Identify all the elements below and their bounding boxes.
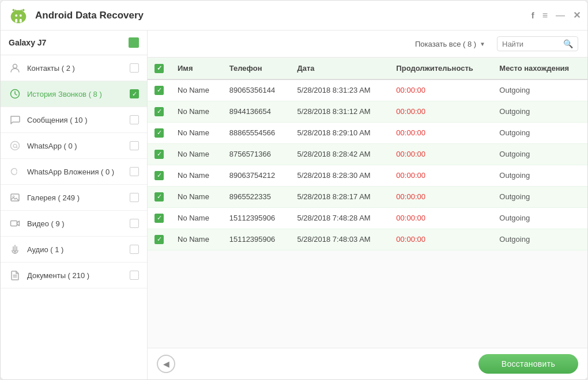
right-panel: Показать все ( 8 ) ▼ 🔍 Имя Телефон bbox=[148, 31, 587, 379]
row-phone: 8965522335 bbox=[223, 186, 291, 207]
table-row[interactable]: No Name 15112395906 5/28/2018 7:48:28 AM… bbox=[148, 207, 587, 229]
messages-icon bbox=[9, 113, 21, 126]
row-checkbox-cell[interactable] bbox=[148, 79, 171, 101]
nav-back-button[interactable]: ◀ bbox=[157, 355, 175, 373]
window-controls: f ≡ — ✕ bbox=[532, 10, 581, 21]
sidebar-item-audio[interactable]: Аудио ( 1 ) bbox=[1, 237, 147, 263]
whatsapp-attach-icon bbox=[9, 165, 21, 178]
video-checkbox[interactable] bbox=[130, 219, 139, 228]
whatsapp-attach-checkbox[interactable] bbox=[130, 167, 139, 176]
device-icon bbox=[129, 37, 139, 48]
svg-point-5 bbox=[15, 14, 17, 17]
menu-icon[interactable]: ≡ bbox=[542, 10, 548, 21]
row-checkbox-cell[interactable] bbox=[148, 122, 171, 143]
header-checkbox-col[interactable] bbox=[148, 58, 171, 79]
show-all-button[interactable]: Показать все ( 8 ) ▼ bbox=[410, 37, 490, 51]
documents-checkbox[interactable] bbox=[130, 271, 139, 280]
call-history-checkbox[interactable] bbox=[130, 89, 139, 98]
svg-point-10 bbox=[22, 9, 25, 11]
search-input[interactable] bbox=[502, 40, 560, 48]
svg-rect-16 bbox=[11, 221, 17, 226]
row-checkbox[interactable] bbox=[154, 171, 164, 180]
row-checkbox[interactable] bbox=[154, 235, 164, 244]
row-date: 5/28/2018 7:48:28 AM bbox=[290, 207, 389, 229]
row-date: 5/28/2018 8:28:42 AM bbox=[290, 143, 389, 165]
row-date: 5/28/2018 8:31:12 AM bbox=[290, 101, 389, 122]
row-location: Outgoing bbox=[492, 229, 587, 250]
contacts-label: Контакты ( 2 ) bbox=[27, 64, 130, 73]
svg-rect-3 bbox=[15, 18, 17, 22]
contacts-checkbox[interactable] bbox=[130, 63, 139, 73]
row-checkbox[interactable] bbox=[154, 128, 164, 138]
row-checkbox[interactable] bbox=[154, 150, 164, 159]
row-checkbox[interactable] bbox=[154, 192, 164, 202]
table-row[interactable]: No Name 8756571366 5/28/2018 8:28:42 AM … bbox=[148, 143, 587, 165]
history-icon bbox=[9, 88, 21, 100]
row-checkbox-cell[interactable] bbox=[148, 229, 171, 250]
documents-label: Документы ( 210 ) bbox=[27, 271, 130, 280]
app-title: Android Data Recovery bbox=[35, 10, 532, 21]
messages-label: Сообщения ( 10 ) bbox=[27, 116, 130, 124]
sidebar-item-video[interactable]: Видео ( 9 ) bbox=[1, 211, 147, 237]
svg-point-9 bbox=[13, 9, 15, 11]
row-checkbox-cell[interactable] bbox=[148, 143, 171, 165]
device-name: Galaxy J7 bbox=[9, 38, 46, 47]
gallery-checkbox[interactable] bbox=[130, 193, 139, 202]
sidebar-item-gallery[interactable]: Галерея ( 249 ) bbox=[1, 185, 147, 211]
audio-label: Аудио ( 1 ) bbox=[27, 245, 130, 254]
row-checkbox[interactable] bbox=[154, 86, 164, 95]
table-row[interactable]: No Name 8965522335 5/28/2018 8:28:17 AM … bbox=[148, 186, 587, 207]
close-icon[interactable]: ✕ bbox=[573, 10, 581, 21]
sidebar-item-contacts[interactable]: Контакты ( 2 ) bbox=[1, 55, 147, 81]
call-history-table: Имя Телефон Дата Продолжительность Место… bbox=[148, 58, 587, 250]
select-all-checkbox[interactable] bbox=[154, 64, 164, 73]
row-name: No Name bbox=[171, 229, 223, 250]
video-icon bbox=[9, 217, 21, 230]
header-name: Имя bbox=[171, 58, 223, 79]
table-header-row: Имя Телефон Дата Продолжительность Место… bbox=[148, 58, 587, 79]
row-name: No Name bbox=[171, 165, 223, 186]
svg-point-11 bbox=[13, 64, 17, 69]
audio-icon bbox=[9, 243, 21, 256]
row-location: Outgoing bbox=[492, 207, 587, 229]
row-checkbox-cell[interactable] bbox=[148, 207, 171, 229]
row-checkbox-cell[interactable] bbox=[148, 186, 171, 207]
svg-point-6 bbox=[20, 14, 22, 17]
header-location: Место нахождения bbox=[492, 58, 587, 79]
sidebar-item-documents[interactable]: Документы ( 210 ) bbox=[1, 263, 147, 288]
sidebar-item-call-history[interactable]: История Звонков ( 8 ) bbox=[1, 81, 147, 107]
minimize-icon[interactable]: — bbox=[556, 10, 565, 21]
row-phone: 89063754212 bbox=[223, 165, 291, 186]
sidebar-item-whatsapp-attach[interactable]: WhatsApp Вложения ( 0 ) bbox=[1, 159, 147, 185]
whatsapp-checkbox[interactable] bbox=[130, 141, 139, 150]
row-date: 5/28/2018 8:29:10 AM bbox=[290, 122, 389, 143]
row-name: No Name bbox=[171, 207, 223, 229]
facebook-icon[interactable]: f bbox=[532, 10, 534, 20]
audio-checkbox[interactable] bbox=[130, 245, 139, 254]
gallery-label: Галерея ( 249 ) bbox=[27, 193, 130, 202]
row-location: Outgoing bbox=[492, 186, 587, 207]
show-all-label: Показать все ( 8 ) bbox=[415, 40, 476, 48]
contacts-icon bbox=[9, 62, 21, 74]
table-row[interactable]: No Name 89063754212 5/28/2018 8:28:30 AM… bbox=[148, 165, 587, 186]
row-checkbox-cell[interactable] bbox=[148, 101, 171, 122]
table-row[interactable]: No Name 89065356144 5/28/2018 8:31:23 AM… bbox=[148, 79, 587, 101]
table-row[interactable]: No Name 15112395906 5/28/2018 7:48:03 AM… bbox=[148, 229, 587, 250]
messages-checkbox[interactable] bbox=[130, 115, 139, 124]
row-checkbox-cell[interactable] bbox=[148, 165, 171, 186]
row-checkbox[interactable] bbox=[154, 214, 164, 223]
row-name: No Name bbox=[171, 186, 223, 207]
gallery-icon bbox=[9, 191, 21, 204]
row-name: No Name bbox=[171, 143, 223, 165]
table-row[interactable]: No Name 88865554566 5/28/2018 8:29:10 AM… bbox=[148, 122, 587, 143]
app-logo bbox=[7, 5, 29, 26]
sidebar-item-whatsapp[interactable]: WhatsApp ( 0 ) bbox=[1, 133, 147, 159]
table-row[interactable]: No Name 8944136654 5/28/2018 8:31:12 AM … bbox=[148, 101, 587, 122]
row-date: 5/28/2018 7:48:03 AM bbox=[290, 229, 389, 250]
restore-button[interactable]: Восстановить bbox=[478, 354, 578, 374]
sidebar-item-messages[interactable]: Сообщения ( 10 ) bbox=[1, 107, 147, 133]
row-location: Outgoing bbox=[492, 79, 587, 101]
row-location: Outgoing bbox=[492, 165, 587, 186]
row-checkbox[interactable] bbox=[154, 107, 164, 116]
row-phone: 8944136654 bbox=[223, 101, 291, 122]
